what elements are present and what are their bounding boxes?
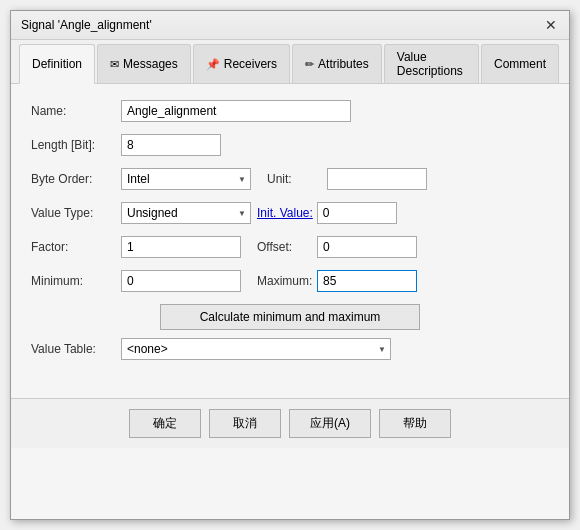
maximum-label: Maximum: [257, 274, 317, 288]
tab-comment-label: Comment [494, 57, 546, 71]
byteorder-unit-row: Byte Order: Intel Motorola Unit: [31, 168, 549, 190]
tab-definition-label: Definition [32, 57, 82, 71]
messages-icon: ✉ [110, 58, 119, 71]
valuetable-select[interactable]: <none> [121, 338, 391, 360]
byteorder-select[interactable]: Intel Motorola [121, 168, 251, 190]
length-label: Length [Bit]: [31, 138, 121, 152]
offset-input[interactable] [317, 236, 417, 258]
tab-value-descriptions[interactable]: Value Descriptions [384, 44, 479, 83]
tab-messages-label: Messages [123, 57, 178, 71]
cancel-button[interactable]: 取消 [209, 409, 281, 438]
byteorder-select-wrapper: Intel Motorola [121, 168, 251, 190]
name-input[interactable] [121, 100, 351, 122]
footer: 确定 取消 应用(A) 帮助 [11, 398, 569, 448]
valuetable-row: Value Table: <none> [31, 338, 549, 360]
tab-bar: Definition ✉ Messages 📌 Receivers ✏ Attr… [11, 40, 569, 84]
valuetype-label: Value Type: [31, 206, 121, 220]
close-button[interactable]: ✕ [543, 17, 559, 33]
help-button[interactable]: 帮助 [379, 409, 451, 438]
unit-input[interactable] [327, 168, 427, 190]
maximum-input[interactable] [317, 270, 417, 292]
offset-label: Offset: [257, 240, 317, 254]
minimum-label: Minimum: [31, 274, 121, 288]
init-value-link[interactable]: Init. Value: [257, 206, 313, 220]
minimum-input[interactable] [121, 270, 241, 292]
receivers-icon: 📌 [206, 58, 220, 71]
tab-attributes[interactable]: ✏ Attributes [292, 44, 382, 83]
content-area: Name: Length [Bit]: Byte Order: Intel Mo… [11, 84, 569, 388]
factor-offset-row: Factor: Offset: [31, 236, 549, 258]
main-window: Signal 'Angle_alignment' ✕ Definition ✉ … [10, 10, 570, 520]
apply-button[interactable]: 应用(A) [289, 409, 371, 438]
tab-receivers[interactable]: 📌 Receivers [193, 44, 290, 83]
tab-messages[interactable]: ✉ Messages [97, 44, 191, 83]
tab-receivers-label: Receivers [224, 57, 277, 71]
tab-comment[interactable]: Comment [481, 44, 559, 83]
min-max-row: Minimum: Maximum: [31, 270, 549, 292]
length-row: Length [Bit]: [31, 134, 549, 156]
title-bar: Signal 'Angle_alignment' ✕ [11, 11, 569, 40]
name-label: Name: [31, 104, 121, 118]
tab-definition[interactable]: Definition [19, 44, 95, 84]
calc-button[interactable]: Calculate minimum and maximum [160, 304, 420, 330]
confirm-button[interactable]: 确定 [129, 409, 201, 438]
tab-value-descriptions-label: Value Descriptions [397, 50, 466, 78]
valuetable-label: Value Table: [31, 342, 121, 356]
unit-label: Unit: [267, 172, 327, 186]
init-value-input[interactable] [317, 202, 397, 224]
factor-input[interactable] [121, 236, 241, 258]
valuetype-select-wrapper: Unsigned Signed IEEE Float IEEE Double [121, 202, 251, 224]
factor-label: Factor: [31, 240, 121, 254]
valuetype-select[interactable]: Unsigned Signed IEEE Float IEEE Double [121, 202, 251, 224]
attributes-icon: ✏ [305, 58, 314, 71]
length-input[interactable] [121, 134, 221, 156]
valuetable-select-wrapper: <none> [121, 338, 391, 360]
tab-attributes-label: Attributes [318, 57, 369, 71]
name-row: Name: [31, 100, 549, 122]
byteorder-label: Byte Order: [31, 172, 121, 186]
window-title: Signal 'Angle_alignment' [21, 18, 152, 32]
calc-button-row: Calculate minimum and maximum [31, 304, 549, 330]
valuetype-init-row: Value Type: Unsigned Signed IEEE Float I… [31, 202, 549, 224]
